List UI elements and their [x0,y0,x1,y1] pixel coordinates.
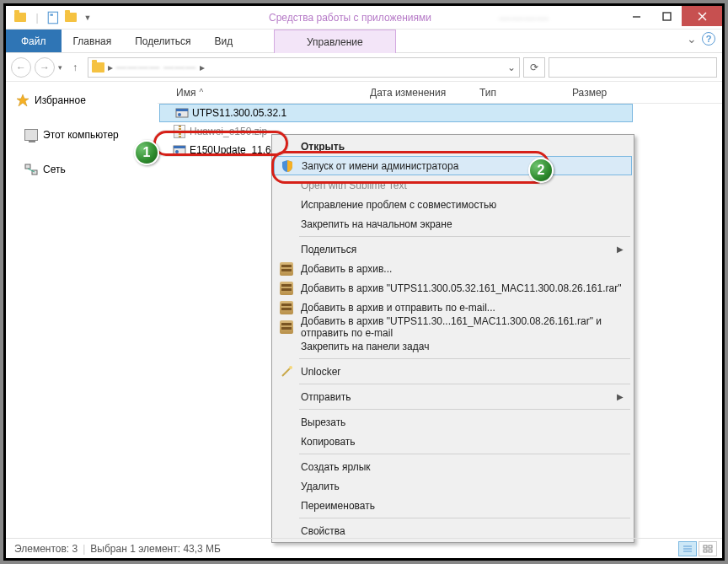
rar-icon [279,320,294,335]
status-bar: Элементов: 3 | Выбран 1 элемент: 43,3 МБ [6,538,722,558]
breadcrumb[interactable]: ▸ ———— ——— ▸ ⌄ [88,57,520,78]
cm-send-to[interactable]: Отправить▶ [274,387,632,406]
annotation-badge-1: 1 [134,140,159,165]
search-input[interactable] [549,57,717,78]
column-date[interactable]: Дата изменения [363,87,473,99]
network-icon [24,163,38,176]
column-headers: Имя ^ Дата изменения Тип Размер [158,82,722,104]
annotation-badge-2: 2 [528,158,554,183]
svg-rect-23 [704,550,707,552]
cm-archive-named-email[interactable]: Добавить в архив "UTPS11.30...161_MAC11.… [274,317,632,336]
svg-point-12 [178,113,181,116]
ribbon-home-tab[interactable]: Главная [62,30,124,52]
ribbon-file-tab[interactable]: Файл [6,30,62,52]
window-controls [621,6,722,26]
context-menu: Открыть Запуск от имени администратора O… [271,134,634,543]
up-button[interactable]: ↑ [66,58,84,77]
history-dropdown-icon[interactable]: ▾ [58,63,62,72]
pc-icon [24,129,38,141]
svg-line-16 [282,368,290,376]
ribbon-manage-tab[interactable]: Управление [274,30,396,53]
ribbon-context-label: Средства работы с приложениями [259,6,442,30]
cm-add-archive[interactable]: Добавить в архив... [274,259,632,278]
status-selection: Выбран 1 элемент: 43,3 МБ [90,543,221,555]
view-details-button[interactable] [678,541,697,556]
svg-rect-21 [704,545,707,548]
minimize-button[interactable] [621,6,651,26]
sidebar-favorites[interactable]: Избранное [9,90,154,110]
rar-icon [279,261,294,277]
sidebar-item-label: Избранное [35,94,86,106]
ribbon-view-tab[interactable]: Вид [202,30,244,52]
help-icon[interactable]: ? [702,32,715,46]
svg-rect-0 [48,12,57,24]
ribbon-share-tab[interactable]: Поделиться [123,30,202,52]
star-icon [16,94,29,107]
new-folder-icon[interactable] [63,10,78,25]
window-title-blurred: ———— [478,11,570,24]
qat-dropdown-icon[interactable]: ▼ [80,10,95,25]
file-row-selected[interactable]: UTPS11.300.05.32.1 [159,104,633,122]
svg-rect-11 [176,109,188,111]
svg-point-17 [289,366,292,369]
cm-open-with-sublime[interactable]: Open with Sublime Text [274,175,632,195]
quick-access-toolbar: | ▼ [6,10,95,25]
cm-create-shortcut[interactable]: Создать ярлык [274,457,632,476]
column-type[interactable]: Тип [473,87,565,99]
view-icons-button[interactable] [699,541,717,556]
address-bar: ← → ▾ ↑ ▸ ———— ——— ▸ ⌄ ⟳ [6,53,722,82]
ribbon-expand-icon[interactable]: ⌄ [687,32,697,46]
shield-icon [280,158,295,174]
explorer-window: | ▼ Средства работы с приложениями ———— … [3,3,725,561]
sidebar-item-label: Сеть [43,164,66,175]
file-name: UTPS11.300.05.32.1 [192,107,286,119]
breadcrumb-path-blurred: ———— ——— [116,62,196,73]
cm-unlocker[interactable]: Unlocker [274,362,632,381]
status-element-count: Элементов: 3 [14,543,78,555]
cm-rename[interactable]: Переименовать [274,496,632,515]
ribbon: Файл Главная Поделиться Вид Управление ⌄… [6,30,722,53]
installer-icon [173,143,186,157]
properties-icon[interactable] [46,10,62,25]
forward-button[interactable]: → [35,57,55,78]
zip-icon [173,125,186,138]
chevron-right-icon: ▶ [617,392,624,401]
file-name: E150Update_11.609 [190,144,282,156]
maximize-button[interactable] [651,6,682,26]
cm-copy[interactable]: Копировать [274,432,632,451]
wand-icon [279,364,294,379]
svg-rect-14 [174,146,185,148]
file-name: Huawei_e150.zip [190,126,267,137]
column-size[interactable]: Размер [565,87,633,99]
cm-share[interactable]: Поделиться▶ [274,239,632,259]
svg-rect-1 [51,13,53,15]
svg-rect-22 [709,545,712,548]
cm-delete[interactable]: Удалить [274,476,632,496]
refresh-button[interactable]: ⟳ [523,57,545,78]
rar-icon [279,300,294,315]
back-button[interactable]: ← [11,57,31,78]
cm-cut[interactable]: Вырезать [274,412,632,432]
folder-icon [13,10,28,25]
cm-pin-taskbar[interactable]: Закрепить на панели задач [274,336,632,356]
sidebar-this-pc[interactable]: Этот компьютер [9,126,154,144]
qat-separator: | [29,10,45,25]
svg-marker-6 [17,94,29,106]
titlebar: | ▼ Средства работы с приложениями ———— [6,6,722,30]
folder-icon [92,62,104,73]
cm-run-as-admin[interactable]: Запуск от имени администратора [274,156,632,175]
svg-rect-24 [709,550,712,552]
chevron-right-icon: ▶ [617,244,624,254]
cm-add-archive-named[interactable]: Добавить в архив "UTPS11.300.05.32.161_M… [274,278,632,298]
cm-pin-start[interactable]: Закрепить на начальном экране [274,214,632,234]
cm-troubleshoot[interactable]: Исправление проблем с совместимостью [274,195,632,214]
svg-point-15 [175,150,179,153]
installer-icon [175,106,189,120]
svg-rect-3 [663,13,671,20]
sidebar-network[interactable]: Сеть [9,159,154,180]
sidebar-item-label: Этот компьютер [43,129,119,141]
close-button[interactable] [682,6,722,26]
cm-open[interactable]: Открыть [274,137,632,156]
breadcrumb-dropdown-icon[interactable]: ⌄ [507,62,516,73]
column-name[interactable]: Имя ^ [169,87,363,99]
